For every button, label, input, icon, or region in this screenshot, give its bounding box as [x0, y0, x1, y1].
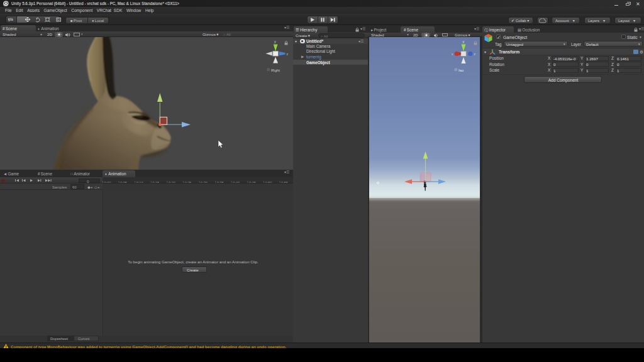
svg-text:z: z: [287, 52, 289, 56]
svg-text:z: z: [474, 52, 476, 56]
svg-text:y: y: [274, 40, 276, 43]
svg-text:y: y: [463, 40, 465, 43]
svg-text:Right: Right: [271, 69, 280, 72]
svg-text:Iso: Iso: [458, 69, 464, 72]
svg-text:x: x: [452, 53, 453, 56]
